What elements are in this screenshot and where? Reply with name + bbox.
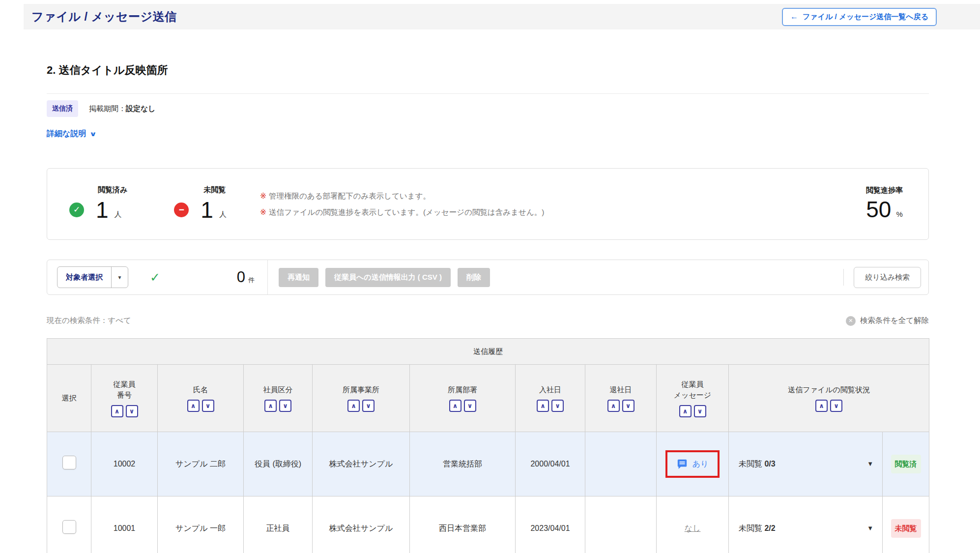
top-bar: ファイル / メッセージ送信 ← ファイル / メッセージ送信一覧へ戻る bbox=[24, 4, 980, 29]
progress-value: 50 bbox=[866, 196, 891, 223]
sort-desc-button[interactable]: ∨ bbox=[202, 400, 214, 412]
renotify-button[interactable]: 再通知 bbox=[279, 268, 318, 287]
sort-asc-button[interactable]: ∧ bbox=[187, 400, 200, 412]
clear-all-filters-link[interactable]: ✕ 検索条件を全て解除 bbox=[846, 316, 929, 326]
toolbar-filter-section: 絞り込み検索 bbox=[843, 260, 928, 294]
action-toolbar: 対象者選択 ▼ ✓ 0 件 再通知 従業員への送信情報出力 ( CSV ) 削除… bbox=[47, 260, 929, 295]
sort-desc-button[interactable]: ∨ bbox=[694, 405, 706, 417]
selected-count-value: 0 bbox=[237, 268, 245, 286]
name-cell: サンプル 一郎 bbox=[158, 496, 244, 553]
sort-desc-button[interactable]: ∨ bbox=[830, 400, 842, 412]
note-text: 管理権限のある部署配下のみ表示しています。 bbox=[269, 192, 431, 200]
table-row: 10001 サンプル 一郎 正社員 株式会社サンプル 西日本営業部 2023/0… bbox=[47, 496, 929, 553]
note-line: ※管理権限のある部署配下のみ表示しています。 bbox=[260, 188, 544, 204]
csv-export-button[interactable]: 従業員への送信情報出力 ( CSV ) bbox=[325, 268, 451, 287]
column-header-name: 氏名 ∧ ∨ bbox=[158, 365, 244, 432]
column-header-employee-type: 社員区分 ∧ ∨ bbox=[244, 365, 313, 432]
column-header-employee-no: 従業員 番号 ∧ ∨ bbox=[91, 365, 158, 432]
message-label: あり bbox=[692, 458, 709, 470]
department-cell: 西日本営業部 bbox=[410, 496, 516, 553]
target-select-button[interactable]: 対象者選択 ▼ bbox=[57, 266, 128, 288]
row-checkbox[interactable] bbox=[62, 456, 76, 469]
view-state-label: 未閲覧 bbox=[739, 460, 762, 468]
table-row: 10002 サンプル 二郎 役員 (取締役) 株式会社サンプル 営業統括部 20… bbox=[47, 432, 929, 496]
current-search-condition: 現在の検索条件：すべて bbox=[47, 316, 131, 326]
unviewed-unit: 人 bbox=[219, 210, 227, 219]
page-title: ファイル / メッセージ送信 bbox=[31, 9, 177, 25]
toolbar-actions-section: 再通知 従業員への送信情報出力 ( CSV ) 削除 bbox=[268, 260, 490, 294]
progress-stat: 閲覧進捗率 50 % bbox=[866, 186, 903, 223]
viewed-check-icon: ✓ bbox=[69, 203, 84, 217]
status-cell: 閲覧済 bbox=[883, 432, 929, 496]
viewed-unit: 人 bbox=[115, 210, 122, 219]
sort-asc-button[interactable]: ∧ bbox=[815, 400, 828, 412]
caret-down-icon: ▼ bbox=[867, 459, 873, 469]
message-link-highlighted[interactable]: あり bbox=[665, 450, 720, 478]
employee-message-cell: あり bbox=[657, 432, 729, 496]
progress-label: 閲覧進捗率 bbox=[866, 186, 903, 195]
back-arrow-icon: ← bbox=[790, 12, 798, 21]
sort-desc-button[interactable]: ∨ bbox=[362, 400, 375, 412]
detail-description-toggle[interactable]: 詳細な説明 ∨ bbox=[47, 129, 96, 139]
caret-down-icon[interactable]: ▼ bbox=[111, 267, 128, 288]
unviewed-minus-icon: − bbox=[174, 203, 189, 217]
employee-no-cell: 10001 bbox=[91, 496, 158, 553]
sort-asc-button[interactable]: ∧ bbox=[537, 400, 549, 412]
select-cell bbox=[47, 432, 91, 496]
file-view-status-cell[interactable]: 未閲覧 0/3 ▼ bbox=[729, 432, 883, 496]
unviewed-label: 未閲覧 bbox=[174, 185, 227, 195]
unviewed-count: 1 bbox=[201, 197, 213, 223]
sort-asc-button[interactable]: ∧ bbox=[347, 400, 360, 412]
target-select-label: 対象者選択 bbox=[58, 267, 111, 288]
office-cell: 株式会社サンプル bbox=[313, 496, 410, 553]
sort-asc-button[interactable]: ∧ bbox=[111, 405, 123, 417]
sort-desc-button[interactable]: ∨ bbox=[551, 400, 564, 412]
sort-desc-button[interactable]: ∨ bbox=[279, 400, 291, 412]
progress-unit: % bbox=[896, 210, 902, 218]
send-history-table: 送信履歴 選択 従業員 番号 ∧ ∨ 氏名 ∧ ∨ bbox=[47, 338, 929, 553]
section-title: 2. 送信タイトル反映箇所 bbox=[47, 63, 168, 78]
period-label: 掲載期間： bbox=[89, 104, 126, 113]
leave-date-cell bbox=[585, 432, 657, 496]
status-badge: 未閲覧 bbox=[891, 519, 921, 538]
detail-link-label: 詳細な説明 bbox=[47, 129, 86, 139]
view-count: 2/2 bbox=[764, 524, 775, 532]
sort-asc-button[interactable]: ∧ bbox=[449, 400, 461, 412]
sent-status-badge: 送信済 bbox=[47, 100, 78, 117]
sort-desc-button[interactable]: ∨ bbox=[126, 405, 138, 417]
note-mark-icon: ※ bbox=[260, 208, 266, 216]
file-view-status-cell[interactable]: 未閲覧 2/2 ▼ bbox=[729, 496, 883, 553]
stats-notes: ※管理権限のある部署配下のみ表示しています。 ※送信ファイルの閲覧進捗を表示して… bbox=[260, 188, 544, 221]
status-badge: 閲覧済 bbox=[891, 455, 921, 474]
filter-search-button[interactable]: 絞り込み検索 bbox=[854, 267, 921, 288]
view-state-label: 未閲覧 bbox=[739, 524, 762, 532]
sort-desc-button[interactable]: ∨ bbox=[622, 400, 634, 412]
message-link[interactable]: なし bbox=[685, 524, 701, 532]
column-header-leave-date: 退社日 ∧ ∨ bbox=[585, 365, 657, 432]
sort-desc-button[interactable]: ∨ bbox=[464, 400, 476, 412]
select-cell bbox=[47, 496, 91, 553]
status-row: 送信済 掲載期間：設定なし bbox=[47, 100, 156, 117]
view-count: 0/3 bbox=[764, 460, 775, 468]
status-cell: 未閲覧 bbox=[883, 496, 929, 553]
section-divider bbox=[47, 93, 929, 94]
note-mark-icon: ※ bbox=[260, 192, 266, 200]
note-text: 送信ファイルの閲覧進捗を表示しています。(メッセージの閲覧は含みません。) bbox=[269, 208, 544, 216]
row-checkbox[interactable] bbox=[62, 520, 76, 534]
viewed-count: 1 bbox=[96, 197, 109, 223]
caret-down-icon: ▼ bbox=[867, 524, 873, 533]
chat-message-icon bbox=[677, 459, 688, 469]
period-text: 掲載期間：設定なし bbox=[89, 104, 156, 114]
selected-count-unit: 件 bbox=[248, 276, 255, 285]
selection-check-icon: ✓ bbox=[150, 270, 160, 285]
toolbar-divider bbox=[843, 269, 844, 286]
sort-asc-button[interactable]: ∧ bbox=[679, 405, 692, 417]
delete-button[interactable]: 削除 bbox=[458, 268, 490, 287]
column-header-employee-message: 従業員 メッセージ ∧ ∨ bbox=[657, 365, 729, 432]
back-to-list-button[interactable]: ← ファイル / メッセージ送信一覧へ戻る bbox=[782, 8, 937, 26]
sort-asc-button[interactable]: ∧ bbox=[607, 400, 620, 412]
column-header-select: 選択 bbox=[47, 365, 91, 432]
hire-date-cell: 2023/04/01 bbox=[516, 496, 585, 553]
sort-asc-button[interactable]: ∧ bbox=[264, 400, 277, 412]
employee-message-cell: なし bbox=[657, 496, 729, 553]
